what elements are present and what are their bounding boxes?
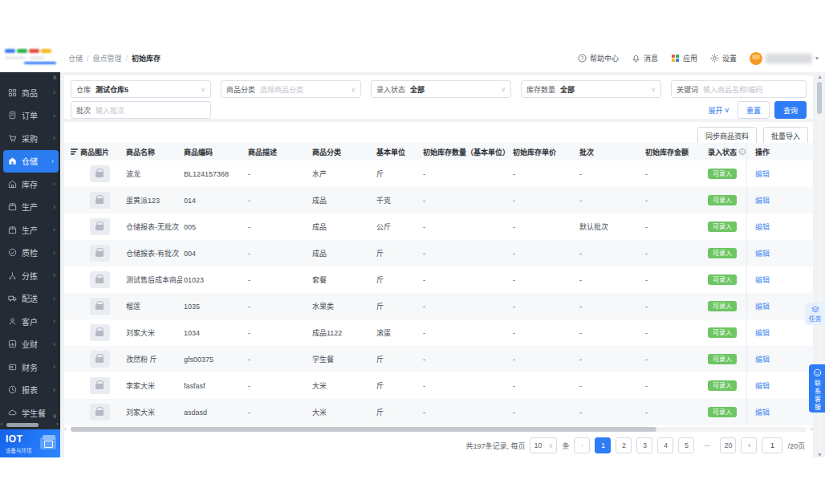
apps-button[interactable]: 应用 <box>671 53 697 63</box>
page-button-1[interactable]: 1 <box>595 437 611 453</box>
query-button[interactable]: 查询 <box>774 101 807 119</box>
messages-button[interactable]: 消息 <box>632 53 658 63</box>
prev-page-button[interactable]: ‹ <box>574 437 590 453</box>
edit-button[interactable]: 编辑 <box>755 327 770 338</box>
sidebar-hscroll-left-icon[interactable]: ‹ <box>1 421 3 428</box>
page-button-5[interactable]: 5 <box>678 437 694 453</box>
initial-stock-qty: - <box>421 293 511 319</box>
sidebar-item-8[interactable]: 分拣› <box>0 264 60 287</box>
sidebar-item-1[interactable]: 订单› <box>0 104 60 128</box>
product-desc: - <box>246 266 311 293</box>
page-button-2[interactable]: 2 <box>616 437 632 453</box>
table-panel: 同步商品资料 批量导入 商品图片商品名称商品编码商品描述商品分类基本单位初始库存… <box>64 122 813 457</box>
edit-button[interactable]: 编辑 <box>755 169 770 179</box>
settings-button[interactable]: 设置 <box>710 53 737 63</box>
actions-cell: 编辑 <box>746 187 813 213</box>
sidebar-item-11[interactable]: 业财› <box>0 333 60 356</box>
headset-icon <box>813 368 822 377</box>
edit-button[interactable]: 编辑 <box>755 248 770 258</box>
page-jump-input[interactable] <box>762 437 782 453</box>
entry-status-select[interactable]: 录入状态 全部 ∨ <box>371 80 511 98</box>
page-button-3[interactable]: 3 <box>636 437 652 453</box>
sync-products-button[interactable]: 同步商品资料 <box>697 127 757 144</box>
sidebar-scroll-up-icon[interactable]: ∧ <box>52 74 57 81</box>
product-name: 刘家大米 <box>124 399 182 425</box>
product-code: 005 <box>182 213 246 240</box>
sidebar-hscrollbar[interactable] <box>6 423 39 427</box>
task-float-tab[interactable]: 任务 <box>805 303 825 325</box>
edit-button[interactable]: 编辑 <box>755 274 770 285</box>
customer-service-float-tab[interactable]: 联系客服 <box>809 364 825 413</box>
help-center-button[interactable]: ? 帮助中心 <box>578 53 619 63</box>
product-image-placeholder-icon <box>90 298 110 315</box>
page-button-4[interactable]: 4 <box>657 437 673 453</box>
sidebar-item-4[interactable]: 库存› <box>0 173 60 196</box>
table-header: 商品图片商品名称商品编码商品描述商品分类基本单位初始库存数量（基本单位）初始库存… <box>64 143 813 161</box>
column-filter-icon[interactable] <box>71 148 78 155</box>
sidebar-item-10[interactable]: 客户› <box>0 310 60 333</box>
iot-banner[interactable]: IOT 设备与环境 <box>0 429 60 457</box>
sidebar-item-0[interactable]: 商品› <box>0 81 60 104</box>
breadcrumb-item[interactable]: 仓储 <box>68 53 83 63</box>
reset-button[interactable]: 重置 <box>738 101 770 119</box>
stock-qty-select[interactable]: 库存数量 全部 ∨ <box>521 80 661 98</box>
sidebar-item-3[interactable]: 仓储› <box>3 150 59 173</box>
sidebar-item-12[interactable]: 财务› <box>0 356 60 379</box>
username-redacted <box>766 54 812 63</box>
edit-button[interactable]: 编辑 <box>755 354 770 364</box>
page-button-20[interactable]: 20 <box>720 437 736 453</box>
batch-import-button[interactable]: 批量导入 <box>763 127 808 144</box>
batch-input[interactable]: 批次 输入批次 <box>71 101 211 119</box>
breadcrumb-item[interactable]: 盘点管理 <box>93 53 122 63</box>
breadcrumb-separator: / <box>126 55 128 63</box>
vscroll-up-icon[interactable]: ▲ <box>817 74 823 79</box>
chevron-right-icon: › <box>53 386 55 394</box>
product-category: 大米 <box>311 399 375 425</box>
product-image-placeholder-icon <box>90 218 110 235</box>
sidebar-item-14[interactable]: 学生餐 <box>0 401 60 425</box>
expand-filters-link[interactable]: 展开 ∨ <box>708 101 729 119</box>
iot-subtitle: 设备与环境 <box>6 446 32 454</box>
sidebar-scroll-down-icon[interactable]: ∨ <box>52 413 57 420</box>
edit-button[interactable]: 编辑 <box>755 301 770 311</box>
edit-button[interactable]: 编辑 <box>755 222 770 232</box>
keyword-input[interactable]: 关键词 输入商品名称/编码 <box>671 80 807 98</box>
sidebar-item-2[interactable]: 采购› <box>0 127 60 150</box>
sidebar-item-5[interactable]: 生产› <box>0 196 60 219</box>
edit-button[interactable]: 编辑 <box>755 407 770 417</box>
warehouse-select[interactable]: 仓库 测试仓库5 ∨ <box>71 80 211 98</box>
page-size-select[interactable]: 10 ∨ <box>530 437 557 453</box>
sidebar-item-7[interactable]: 质检› <box>0 242 60 265</box>
vscroll-down-icon[interactable]: ▼ <box>817 452 823 457</box>
product-name: 李家大米 <box>124 372 182 399</box>
column-filter-cell <box>64 143 79 161</box>
table-row: 仓储报表-无批次005-成品公斤--默认批次-可录入编辑 <box>64 213 813 240</box>
chevron-down-icon: ∨ <box>201 86 205 93</box>
hscroll-right-icon[interactable]: › <box>811 425 813 433</box>
vscroll-thumb[interactable] <box>817 82 822 114</box>
table-row: 孜然粉 斤gfs00375-学生餐斤----可录入编辑 <box>64 346 813 372</box>
hscroll-thumb[interactable] <box>71 427 656 432</box>
sidebar-hscroll-right-icon[interactable]: › <box>56 421 59 428</box>
breadcrumb-separator: / <box>87 55 89 63</box>
product-image-placeholder-icon <box>90 271 110 288</box>
batch: - <box>578 372 644 399</box>
entry-status-cell: 可录入 <box>706 266 746 293</box>
sidebar-item-9[interactable]: 配送› <box>0 287 60 311</box>
edit-button[interactable]: 编辑 <box>755 380 770 391</box>
sidebar-item-13[interactable]: 报表› <box>0 379 60 402</box>
header-nav: ? 帮助中心 消息 应用 <box>578 44 819 72</box>
user-menu[interactable]: ▾ <box>750 52 819 65</box>
initial-stock-qty: - <box>421 319 511 346</box>
column-header: 商品描述 <box>246 143 311 161</box>
edit-button[interactable]: 编辑 <box>755 195 770 205</box>
column-header: 基本单位 <box>375 143 421 161</box>
top-header: 仓储 / 盘点管理 / 初始库存 ? 帮助中心 消息 <box>0 44 825 73</box>
hscroll-left-icon[interactable]: ‹ <box>64 425 67 433</box>
sidebar-item-6[interactable]: 生产› <box>0 218 60 242</box>
product-code: 004 <box>182 240 246 266</box>
next-page-button[interactable]: › <box>741 437 757 453</box>
sidebar-menu: 商品›订单›采购›仓储›库存›生产›生产›质检›分拣›配送›客户›业财›财务›报… <box>0 81 60 425</box>
category-select[interactable]: 商品分类 选择商品分类 ∨ <box>221 80 361 98</box>
chevron-down-icon: ∨ <box>651 86 656 93</box>
